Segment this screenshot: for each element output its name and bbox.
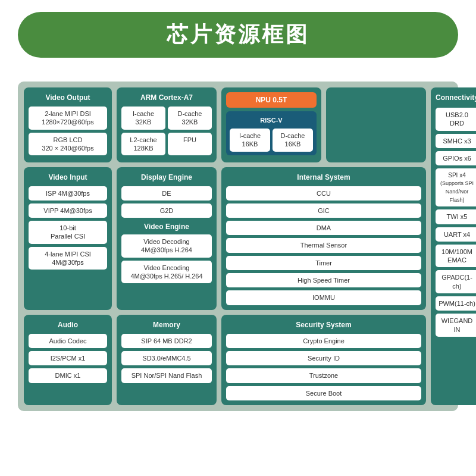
conn-smhc: SMHC x3 [436, 134, 476, 148]
main-grid-wrapper: Video Output 2-lane MIPI DSI1280×720@60f… [18, 82, 458, 411]
npu-title: NPU 0.5T [231, 96, 312, 104]
connectivity-section: Connectivity USB2.0 DRD SMHC x3 GPIOs x6… [431, 87, 476, 405]
audio-title: Audio [29, 320, 107, 330]
riscv-header: RISC-V [230, 115, 313, 126]
internal-system-section: Internal System CCU GIC DMA Thermal Sens… [221, 167, 426, 310]
conn-emac: 10M/100M EMAC [436, 245, 476, 268]
connectivity-title: Connectivity [436, 92, 476, 103]
npu-box: NPU 0.5T [226, 92, 317, 108]
riscv-icache: I-cache16KB [230, 129, 270, 152]
audio-dmic: DMIC x1 [29, 368, 107, 383]
is-timer: Timer [226, 256, 421, 270]
video-engine-title: Video Engine [121, 221, 212, 232]
display-engine-title: Display Engine [121, 172, 212, 183]
video-output-item-1: RGB LCD320 × 240@60fps [29, 133, 107, 156]
is-iommu: IOMMU [226, 290, 421, 305]
is-dma: DMA [226, 221, 421, 235]
vi-isp: ISP 4M@30fps [29, 186, 107, 201]
video-output-item-0: 2-lane MIPI DSI1280×720@60fps [29, 107, 107, 130]
de-box: DE [121, 186, 212, 201]
vi-vipp: VIPP 4M@30fps [29, 203, 107, 218]
mem-sd: SD3.0/eMMC4.5 [121, 351, 212, 365]
is-ccu: CCU [226, 186, 421, 201]
ve-decode: Video Decoding4M@30fps H.264 [121, 234, 212, 258]
video-engine-sub: Video Engine Video Decoding4M@30fps H.26… [121, 221, 212, 283]
mem-flash: SPI Nor/SPI Nand Flash [121, 368, 212, 383]
audio-section: Audio Audio Codec I2S/PCM x1 DMIC x1 [24, 315, 112, 405]
video-input-section: Video Input ISP 4M@30fps VIPP 4M@30fps 1… [24, 167, 112, 310]
sec-boot: Secure Boot [226, 386, 421, 400]
security-system-title: Security System [226, 320, 421, 330]
conn-gpadc: GPADC(1-ch) [436, 270, 476, 293]
conn-pwm: PWM(11-ch) [436, 296, 476, 311]
audio-i2s: I2S/PCM x1 [29, 351, 107, 365]
col4-row1 [326, 87, 426, 162]
conn-twi: TWI x5 [436, 209, 476, 224]
vi-parallel: 10-bitParallel CSI [29, 221, 107, 244]
security-system-section: Security System Crypto Engine Security I… [221, 315, 426, 405]
sec-trustzone: Trustzone [226, 368, 421, 383]
arm-fpu: FPU [168, 133, 212, 156]
conn-spi: SPI x4(Supports SPI Nand/Nor Flash) [436, 168, 476, 206]
page-title: 芯片资源框图 [42, 20, 434, 49]
is-thermal: Thermal Sensor [226, 238, 421, 252]
memory-section: Memory SIP 64 MB DDR2 SD3.0/eMMC4.5 SPI … [117, 315, 217, 405]
vi-mipi: 4-lane MIPI CSI4M@30fps [29, 247, 107, 270]
npu-section: NPU 0.5T RISC-V I-cache16KB D-cache16KB [221, 87, 321, 162]
riscv-cache-row: I-cache16KB D-cache16KB [230, 129, 313, 152]
conn-wiegand: WIEGAND IN [436, 314, 476, 337]
ve-encode: Video Encoding4M@30fps H.265/ H.264 [121, 261, 212, 284]
video-input-title: Video Input [29, 172, 107, 183]
audio-codec: Audio Codec [29, 334, 107, 348]
riscv-dcache: D-cache16KB [273, 129, 313, 152]
arm-icache: I-cache32KB [121, 107, 165, 130]
arm-cortex-title: ARM Cortex-A7 [121, 92, 212, 103]
video-output-section: Video Output 2-lane MIPI DSI1280×720@60f… [24, 87, 112, 162]
arm-cache-row2: L2-cache128KB FPU [121, 133, 212, 156]
conn-usb: USB2.0 DRD [436, 108, 476, 131]
sec-crypto: Crypto Engine [226, 334, 421, 348]
is-gic: GIC [226, 203, 421, 218]
display-engine-section: Display Engine DE G2D Video Engine Video… [117, 167, 217, 310]
arm-dcache: D-cache32KB [168, 107, 212, 130]
arm-l2cache: L2-cache128KB [121, 133, 165, 156]
memory-title: Memory [121, 320, 212, 330]
page-wrapper: 芯片资源框图 Video Output 2-lane MIPI DSI1280×… [6, 0, 470, 423]
arm-cache-row1: I-cache32KB D-cache32KB [121, 107, 212, 130]
g2d-box: G2D [121, 203, 212, 218]
title-banner: 芯片资源框图 [18, 12, 458, 58]
is-hstimer: High Speed Timer [226, 273, 421, 287]
conn-gpios: GPIOs x6 [436, 151, 476, 165]
arm-cortex-section: ARM Cortex-A7 I-cache32KB D-cache32KB L2… [117, 87, 217, 162]
internal-system-title: Internal System [226, 172, 421, 183]
conn-uart: UART x4 [436, 227, 476, 242]
riscv-container: RISC-V I-cache16KB D-cache16KB [226, 111, 317, 155]
video-output-title: Video Output [29, 92, 107, 103]
mem-ddr2: SIP 64 MB DDR2 [121, 334, 212, 348]
sec-id: Security ID [226, 351, 421, 365]
